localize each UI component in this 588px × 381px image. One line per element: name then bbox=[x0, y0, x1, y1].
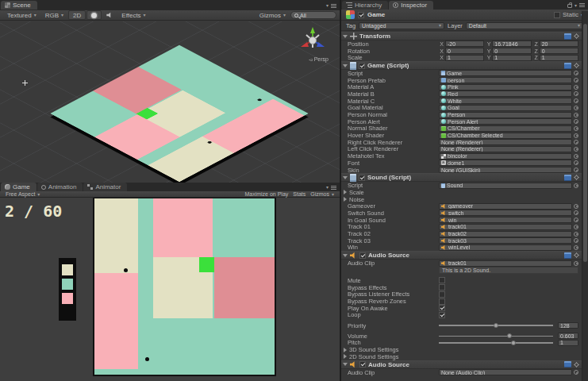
object-field[interactable]: person bbox=[439, 77, 572, 83]
tag-select[interactable]: Untagged ▾ bbox=[359, 22, 444, 29]
object-picker-icon[interactable] bbox=[574, 204, 578, 209]
aspect-dropdown[interactable]: Free Aspect ▾ bbox=[3, 191, 42, 198]
lock-icon[interactable] bbox=[567, 4, 572, 8]
object-picker-icon[interactable] bbox=[574, 113, 578, 117]
scene-audio-button[interactable] bbox=[102, 10, 117, 20]
component-header[interactable]: Transform bbox=[341, 32, 582, 40]
object-field[interactable]: Game bbox=[439, 70, 572, 76]
static-group[interactable]: Static ▾ bbox=[554, 11, 583, 18]
axis-input-y[interactable]: 0 bbox=[492, 48, 531, 54]
object-picker-icon[interactable] bbox=[574, 106, 578, 110]
panel-dropdown-icon[interactable]: ▾ bbox=[575, 3, 577, 8]
property-checkbox[interactable] bbox=[439, 277, 445, 283]
component-header[interactable]: Sound (Script) bbox=[341, 173, 582, 182]
object-field[interactable]: win bbox=[439, 217, 572, 223]
object-field[interactable]: track03 bbox=[439, 237, 572, 244]
axis-input-z[interactable]: 20 bbox=[540, 40, 578, 47]
foldout-open-icon[interactable] bbox=[343, 176, 348, 179]
scene-gizmos-dropdown[interactable]: Gizmos ▾ bbox=[256, 10, 290, 20]
component-header[interactable]: Audio Source bbox=[341, 251, 582, 260]
slider-track[interactable] bbox=[439, 336, 553, 337]
gear-icon[interactable] bbox=[575, 64, 578, 67]
object-field[interactable]: None (GUISkin) bbox=[439, 167, 572, 173]
tab-hierarchy[interactable]: Hierarchy bbox=[342, 1, 388, 10]
object-field[interactable]: White bbox=[439, 98, 572, 104]
object-field[interactable]: dome1 bbox=[439, 160, 572, 166]
axis-input-x[interactable]: 1 bbox=[445, 55, 484, 61]
toggle-2d-button[interactable]: 2D bbox=[68, 10, 86, 20]
axis-input-z[interactable]: 1 bbox=[540, 55, 578, 61]
foldout-closed-icon[interactable] bbox=[344, 354, 347, 359]
property-checkbox[interactable] bbox=[439, 291, 445, 298]
panel-dropdown-icon[interactable]: ▾ bbox=[326, 185, 329, 190]
object-picker-icon[interactable] bbox=[574, 119, 578, 124]
slider-handle[interactable] bbox=[494, 323, 498, 328]
object-picker-icon[interactable] bbox=[574, 126, 578, 131]
active-checkbox[interactable] bbox=[358, 12, 364, 18]
object-field[interactable]: CS/Chamber Selected bbox=[439, 133, 572, 139]
object-picker-icon[interactable] bbox=[574, 232, 578, 237]
help-book-icon[interactable] bbox=[564, 33, 571, 40]
object-field[interactable]: None (Renderer) bbox=[439, 139, 572, 145]
stats-button[interactable]: Stats bbox=[290, 191, 308, 198]
property-checkbox[interactable] bbox=[439, 298, 445, 305]
component-header[interactable]: Game (Script) bbox=[341, 61, 582, 70]
object-picker-icon[interactable] bbox=[574, 210, 578, 215]
property-checkbox[interactable] bbox=[439, 284, 445, 291]
object-picker-icon[interactable] bbox=[574, 183, 578, 188]
object-picker-icon[interactable] bbox=[574, 370, 578, 375]
game-viewport[interactable]: 2 / 60 bbox=[0, 198, 340, 381]
component-enabled-checkbox[interactable] bbox=[359, 175, 365, 181]
object-picker-icon[interactable] bbox=[574, 167, 578, 172]
help-book-icon[interactable] bbox=[564, 63, 571, 69]
effects-dropdown[interactable]: Effects ▾ bbox=[117, 10, 149, 20]
render-mode-dropdown[interactable]: RGB ▾ bbox=[41, 10, 67, 20]
axis-input-z[interactable]: 0 bbox=[540, 48, 578, 54]
object-picker-icon[interactable] bbox=[574, 154, 578, 159]
component-enabled-checkbox[interactable] bbox=[359, 361, 366, 368]
layer-select[interactable]: Default ▾ bbox=[466, 22, 583, 29]
object-picker-icon[interactable] bbox=[574, 225, 578, 229]
object-field[interactable]: track01 bbox=[439, 224, 572, 230]
component-header[interactable]: Audio Source bbox=[341, 360, 582, 369]
object-field[interactable]: CS/Chamber bbox=[439, 125, 572, 132]
object-field[interactable]: Person Alert bbox=[439, 118, 572, 125]
help-book-icon[interactable] bbox=[564, 175, 571, 181]
scene-viewport[interactable]: ◅ Persp bbox=[0, 21, 340, 183]
object-field[interactable]: Pink bbox=[439, 84, 572, 90]
object-field[interactable]: switch bbox=[439, 210, 572, 216]
panel-menu-icon[interactable] bbox=[579, 3, 585, 7]
object-picker-icon[interactable] bbox=[574, 71, 578, 75]
object-picker-icon[interactable] bbox=[574, 133, 578, 138]
help-book-icon[interactable] bbox=[564, 361, 571, 368]
tab-animation[interactable]: Animation bbox=[37, 183, 83, 191]
axis-input-y[interactable]: 1 bbox=[492, 55, 531, 61]
gameobject-name[interactable]: Game bbox=[367, 11, 385, 18]
orientation-gizmo[interactable] bbox=[295, 25, 330, 56]
object-picker-icon[interactable] bbox=[574, 160, 578, 165]
gear-icon[interactable] bbox=[575, 363, 578, 367]
tab-scene[interactable]: Scene bbox=[1, 1, 37, 10]
slider-value-field[interactable]: 0.603 bbox=[558, 333, 578, 339]
axis-input-x[interactable]: -20 bbox=[445, 40, 484, 47]
object-field[interactable]: Goal bbox=[439, 105, 572, 111]
axis-input-x[interactable]: 0 bbox=[445, 48, 484, 54]
object-picker-icon[interactable] bbox=[574, 217, 578, 222]
gear-icon[interactable] bbox=[575, 34, 578, 38]
slider-value-field[interactable]: 128 bbox=[558, 322, 578, 329]
object-picker-icon[interactable] bbox=[574, 78, 578, 83]
property-checkbox[interactable] bbox=[439, 312, 445, 318]
object-picker-icon[interactable] bbox=[574, 238, 578, 243]
object-picker-icon[interactable] bbox=[574, 245, 578, 250]
object-picker-icon[interactable] bbox=[574, 98, 578, 103]
slider-track[interactable] bbox=[439, 325, 553, 326]
foldout-open-icon[interactable] bbox=[343, 35, 348, 38]
foldout-closed-icon[interactable] bbox=[344, 348, 347, 352]
property-checkbox[interactable] bbox=[439, 305, 445, 311]
gear-icon[interactable] bbox=[575, 175, 578, 179]
tab-inspector[interactable]: Inspector bbox=[389, 1, 433, 10]
help-book-icon[interactable] bbox=[564, 252, 571, 259]
foldout-open-icon[interactable] bbox=[343, 363, 348, 366]
gear-icon[interactable] bbox=[575, 253, 578, 257]
slider-handle[interactable] bbox=[507, 333, 512, 338]
